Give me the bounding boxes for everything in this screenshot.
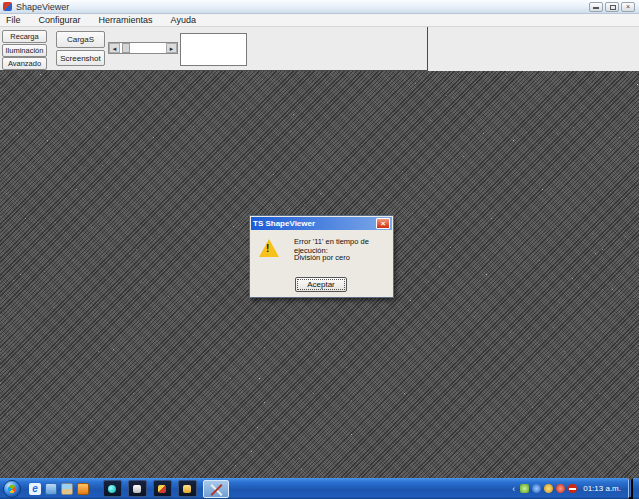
cargas-button[interactable]: CargaS — [56, 31, 105, 48]
minimize-icon — [593, 7, 599, 9]
system-tray: ‹ 01:13 a.m. — [510, 478, 633, 499]
show-desktop-button[interactable] — [628, 478, 633, 499]
window-controls: × — [589, 2, 635, 12]
maximize-icon — [610, 5, 616, 10]
menu-configurar[interactable]: Configurar — [37, 15, 83, 25]
task4-icon — [183, 485, 191, 493]
tray-icon-blocked[interactable] — [568, 484, 577, 493]
start-button[interactable] — [3, 480, 21, 498]
taskbar: e ‹ 01:13 a.m. — [0, 478, 639, 499]
recarga-button[interactable]: Recarga — [2, 30, 47, 43]
dialog-title: TS ShapeViewer — [253, 219, 376, 228]
error-message-line2: División por cero — [294, 253, 392, 262]
toolbar: Recarga Iluminación Avanzado CargaS Scre… — [0, 27, 428, 71]
task1-icon — [108, 485, 116, 493]
windows-flag-icon — [6, 483, 17, 494]
ie-glyph: e — [32, 483, 38, 494]
scroll-left-button[interactable]: ◄ — [109, 43, 120, 53]
tray-expand-chevron[interactable]: ‹ — [510, 484, 517, 494]
maximize-button[interactable] — [605, 2, 619, 12]
task-button-1[interactable] — [103, 480, 122, 497]
scrollbar-thumb[interactable] — [122, 43, 130, 53]
tray-icon-green[interactable] — [520, 484, 529, 493]
task2-icon — [133, 485, 141, 493]
aceptar-button[interactable]: Aceptar — [295, 277, 347, 292]
tray-icon-gold[interactable] — [544, 484, 553, 493]
dialog-close-icon: × — [381, 219, 386, 228]
task-button-2[interactable] — [128, 480, 147, 497]
desktop: ShapeViewer × File Configurar Herramient… — [0, 0, 639, 499]
menu-file[interactable]: File — [4, 15, 23, 25]
task-button-4[interactable] — [178, 480, 197, 497]
quick-launch: e — [29, 483, 89, 495]
task-buttons — [103, 480, 229, 498]
scrollbar-track[interactable] — [120, 43, 166, 53]
dialog-titlebar[interactable]: TS ShapeViewer × — [251, 217, 392, 230]
app-icon — [3, 2, 12, 11]
menu-ayuda[interactable]: Ayuda — [169, 15, 198, 25]
task3-icon — [158, 485, 166, 493]
task-button-shapeviewer-active[interactable] — [203, 480, 229, 498]
close-button[interactable]: × — [621, 2, 635, 12]
animation-scrollbar[interactable]: ◄ ► — [108, 42, 178, 54]
taskbar-clock[interactable]: 01:13 a.m. — [583, 484, 621, 493]
close-icon: × — [626, 3, 630, 10]
chevron-left-icon: ‹ — [512, 484, 515, 494]
tray-icon-blue[interactable] — [532, 484, 541, 493]
scroll-left-icon: ◄ — [112, 46, 118, 52]
scroll-right-icon: ► — [169, 46, 175, 52]
window-title: ShapeViewer — [16, 2, 69, 12]
browser-icon[interactable]: e — [29, 483, 41, 495]
tray-icon-red[interactable] — [556, 484, 565, 493]
menubar: File Configurar Herramientas Ayuda — [0, 14, 639, 27]
iluminacion-button[interactable]: Iluminación — [2, 44, 47, 57]
minimize-button[interactable] — [589, 2, 603, 12]
scroll-right-button[interactable]: ► — [166, 43, 177, 53]
photo-icon[interactable] — [61, 483, 73, 495]
dialog-close-button[interactable]: × — [376, 218, 390, 229]
task-button-3[interactable] — [153, 480, 172, 497]
error-dialog: TS ShapeViewer × ! Error '11' en tiempo … — [249, 215, 394, 298]
window-titlebar[interactable]: ShapeViewer × — [0, 0, 639, 14]
app-launcher-icon[interactable] — [77, 483, 89, 495]
folder-icon[interactable] — [45, 483, 57, 495]
warning-exclamation: ! — [266, 243, 269, 254]
screenshot-button[interactable]: Screenshot — [56, 50, 105, 66]
menu-herramientas[interactable]: Herramientas — [97, 15, 155, 25]
avanzado-button[interactable]: Avanzado — [2, 57, 47, 70]
shape-listbox[interactable] — [180, 33, 247, 66]
